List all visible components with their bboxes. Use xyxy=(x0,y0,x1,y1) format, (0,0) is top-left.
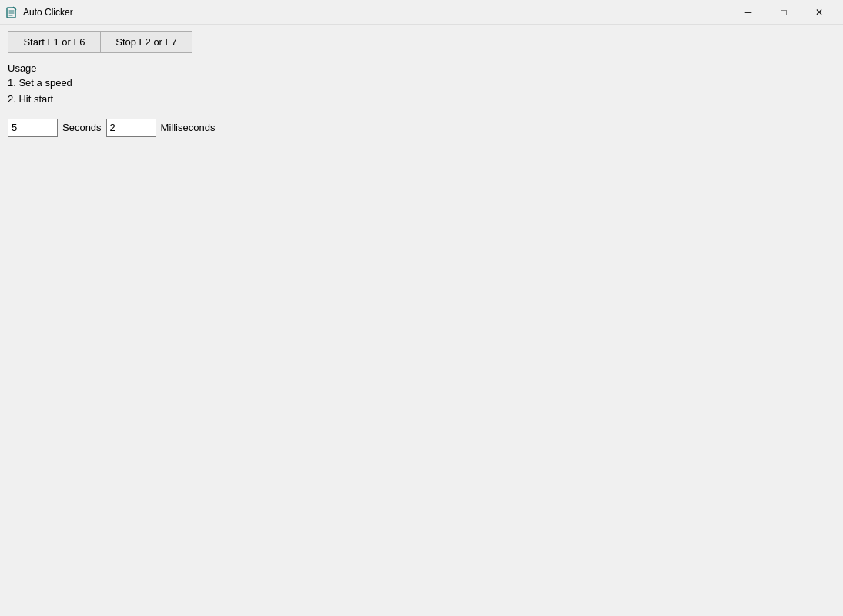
stop-button[interactable]: Stop F2 or F7 xyxy=(100,31,192,53)
seconds-input[interactable] xyxy=(8,119,58,137)
usage-section: Usage 1. Set a speed 2. Hit start xyxy=(8,62,835,108)
title-bar-controls: ─ □ ✕ xyxy=(731,0,837,25)
main-content: Start F1 or F6 Stop F2 or F7 Usage 1. Se… xyxy=(0,25,843,616)
title-bar-left: Auto Clicker xyxy=(6,6,73,18)
seconds-label: Seconds xyxy=(62,122,102,133)
start-button[interactable]: Start F1 or F6 xyxy=(8,31,100,53)
app-title: Auto Clicker xyxy=(23,7,73,18)
title-bar: Auto Clicker ─ □ ✕ xyxy=(0,0,843,25)
usage-step2: 2. Hit start xyxy=(8,92,835,108)
minimize-button[interactable]: ─ xyxy=(731,0,766,25)
input-row: Seconds Milliseconds xyxy=(8,119,835,137)
usage-title: Usage xyxy=(8,62,835,74)
toolbar: Start F1 or F6 Stop F2 or F7 xyxy=(8,31,835,53)
usage-step1: 1. Set a speed xyxy=(8,75,835,92)
maximize-button[interactable]: □ xyxy=(766,0,801,25)
close-button[interactable]: ✕ xyxy=(801,0,837,25)
milliseconds-label: Milliseconds xyxy=(161,122,216,133)
app-icon xyxy=(6,6,18,18)
milliseconds-input[interactable] xyxy=(106,119,156,137)
